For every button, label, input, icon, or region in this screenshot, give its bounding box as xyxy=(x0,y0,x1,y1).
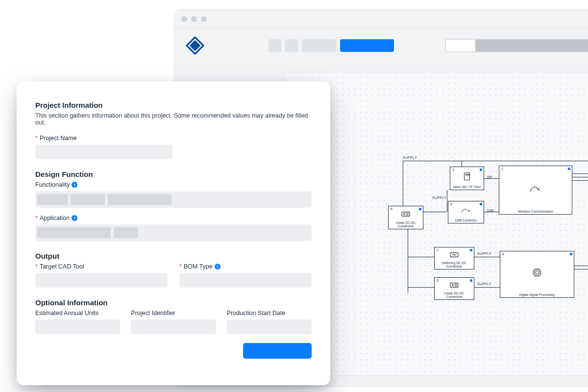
toolbar-left xyxy=(269,39,394,52)
required-asterisk: * xyxy=(179,263,182,270)
required-asterisk: * xyxy=(35,215,38,221)
svg-rect-6 xyxy=(536,271,539,274)
block-micro-sd[interactable]: 3 Micro SD / TF Card xyxy=(450,167,484,190)
application-input[interactable] xyxy=(35,224,312,241)
toolbar-button[interactable] xyxy=(285,39,298,52)
functionality-input[interactable] xyxy=(35,191,312,208)
net-label: SUPPLY xyxy=(477,252,491,255)
block-switching-dcdc[interactable]: 7 Switching DC-DC Conversion xyxy=(434,247,474,270)
project-info-modal: Project Information This section gathers… xyxy=(17,81,330,385)
annual-units-input[interactable] xyxy=(35,319,120,334)
section-title-output: Output xyxy=(35,252,312,260)
field-label-project-name: * Project Name xyxy=(35,135,312,142)
required-asterisk: * xyxy=(35,263,38,270)
block-dsp[interactable]: 4 Digital Signal Processing xyxy=(500,251,574,298)
section-desc: This section gathers information about t… xyxy=(35,112,312,126)
submit-button[interactable] xyxy=(243,343,312,359)
segmented-option[interactable] xyxy=(475,40,588,51)
required-asterisk: * xyxy=(35,135,38,142)
section-title-optional: Optional Information xyxy=(35,298,312,307)
net-label: SUPPLY xyxy=(432,196,446,199)
chip[interactable] xyxy=(71,194,105,205)
start-date-input[interactable] xyxy=(227,319,312,334)
block-wireless[interactable]: 1 Wireless Communication xyxy=(499,166,572,215)
project-name-input[interactable] xyxy=(35,145,172,159)
app-logo-icon xyxy=(185,36,205,55)
toolbar-segmented[interactable] xyxy=(445,39,588,52)
svg-point-4 xyxy=(452,284,454,286)
svg-rect-5 xyxy=(534,270,540,275)
toolbar-primary-button[interactable] xyxy=(340,39,394,52)
section-title-project-info: Project Information xyxy=(35,101,312,109)
svg-point-1 xyxy=(404,213,405,215)
traffic-light-max[interactable] xyxy=(201,16,207,22)
toolbar-button[interactable] xyxy=(269,39,281,52)
traffic-light-close[interactable] xyxy=(181,16,187,22)
net-label: SUPPLY xyxy=(403,156,417,159)
net-label: SUPPLY xyxy=(477,282,491,286)
window-titlebar xyxy=(174,9,588,29)
field-label-target-cad: * Target CAD Tool xyxy=(35,263,168,270)
segmented-option-active[interactable] xyxy=(446,40,475,51)
bom-type-select[interactable] xyxy=(179,273,312,288)
field-label-project-identifier: Project Identifier xyxy=(131,310,216,317)
section-title-design-function: Design Function xyxy=(35,170,312,178)
chip[interactable] xyxy=(108,194,172,205)
block-usb-connector[interactable]: 2 USB Connector xyxy=(448,201,484,223)
chip[interactable] xyxy=(37,194,68,205)
toolbar-button[interactable] xyxy=(302,39,336,52)
traffic-light-min[interactable] xyxy=(191,16,197,22)
block-linear-dcdc-5[interactable]: 5 Linear DC-DC Conversion xyxy=(434,277,474,300)
app-topbar xyxy=(174,29,588,62)
info-icon[interactable]: ? xyxy=(72,215,77,221)
target-cad-select[interactable] xyxy=(35,273,168,288)
chip[interactable] xyxy=(114,227,138,238)
field-label-application: * Application ? xyxy=(35,215,312,221)
info-icon[interactable]: ? xyxy=(72,182,77,188)
block-linear-dcdc-6[interactable]: 6 Linear DC-DC Conversion xyxy=(388,206,423,229)
block-diagram: SUPPLY 3 Micro SD / TF Card SPI 1 Wirele… xyxy=(403,161,588,327)
chip[interactable] xyxy=(37,227,111,238)
field-label-bom-type: * BOM Type ? xyxy=(179,263,312,270)
project-identifier-input[interactable] xyxy=(131,319,216,334)
field-label-functionality: Functionality ? xyxy=(35,181,312,188)
field-label-start-date: Production Start Date xyxy=(227,310,312,317)
info-icon[interactable]: ? xyxy=(215,264,220,270)
field-label-annual-units: Estimated Annual Units xyxy=(35,310,120,317)
